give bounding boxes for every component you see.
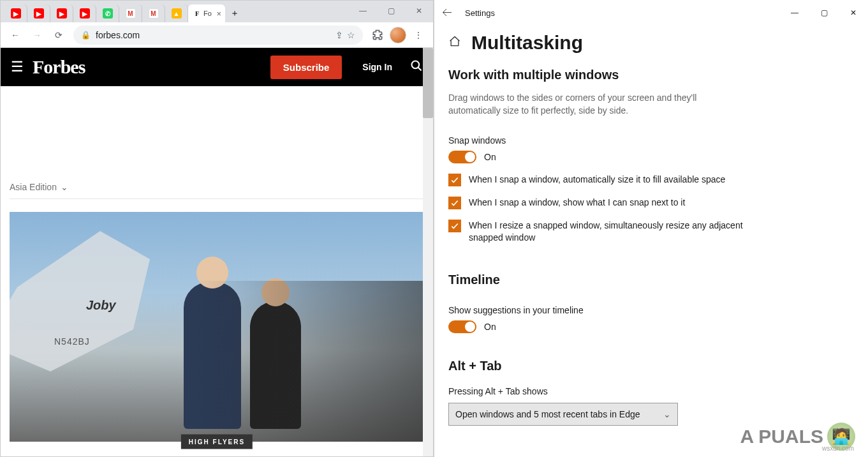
forward-button[interactable]: → [27, 26, 47, 45]
tab-item[interactable]: M [142, 4, 165, 22]
chevron-down-icon: ⌄ [61, 182, 68, 192]
chrome-titlebar: ▶ ▶ ▶ ▶ ✆ M M ▲ F Fo × ＋ — ▢ ✕ [1, 1, 433, 22]
hero-image: Joby N542BJ [10, 212, 424, 442]
address-bar[interactable]: 🔒 forbes.com ⇪ ☆ [73, 26, 363, 45]
snap-windows-toggle[interactable] [448, 151, 476, 163]
site-header: ☰ Forbes Subscribe Sign In [1, 48, 433, 86]
tab-item[interactable]: ▲ [165, 4, 188, 22]
checkbox-label: When I snap a window, show what I can sn… [469, 197, 685, 209]
figure-person [184, 282, 241, 429]
close-button[interactable]: ✕ [405, 2, 433, 20]
favicon-forbes: F [192, 8, 202, 19]
tab-item[interactable]: ✆ [96, 4, 119, 22]
profile-avatar[interactable] [390, 27, 406, 43]
tab-strip: ▶ ▶ ▶ ▶ ✆ M M ▲ F Fo × ＋ [4, 1, 349, 22]
url-text: forbes.com [96, 30, 140, 40]
tab-item[interactable]: M [119, 4, 142, 22]
aircraft-brand-text: Joby [86, 298, 116, 313]
hamburger-icon[interactable]: ☰ [11, 59, 24, 75]
section-description: Drag windows to the sides or corners of … [448, 91, 748, 117]
tab-active[interactable]: F Fo × [188, 4, 225, 22]
section-heading: Timeline [448, 273, 854, 287]
share-icon[interactable]: ⇪ [335, 30, 343, 40]
section-heading: Alt + Tab [448, 359, 854, 373]
tab-item[interactable]: ▶ [27, 4, 50, 22]
subscribe-button[interactable]: Subscribe [270, 56, 342, 79]
toggle-state: On [484, 322, 496, 332]
edition-label: Asia Edition [10, 182, 57, 192]
minimize-button[interactable]: — [780, 0, 809, 26]
tab-item[interactable]: ▶ [50, 4, 73, 22]
tab-item[interactable]: ▶ [73, 4, 96, 22]
setting-label: Show suggestions in your timeline [448, 305, 854, 315]
search-icon[interactable] [410, 59, 423, 75]
app-title: Settings [465, 8, 495, 18]
page-heading: Multitasking [448, 32, 854, 54]
chrome-menu-icon[interactable]: ⋮ [409, 26, 428, 45]
select-value: Open windows and 5 most recent tabs in E… [455, 409, 640, 419]
tab-item[interactable]: ▶ [4, 4, 27, 22]
scrollbar-thumb[interactable] [423, 48, 433, 118]
alt-tab-select[interactable]: Open windows and 5 most recent tabs in E… [448, 403, 678, 426]
tab-label: Fo [203, 10, 212, 17]
checkbox-label: When I snap a window, automatically size… [469, 174, 725, 186]
settings-titlebar: 🡠 Settings — ▢ ✕ [434, 0, 868, 26]
sign-in-link[interactable]: Sign In [362, 62, 392, 72]
section-heading: Work with multiple windows [448, 68, 854, 82]
scrollbar[interactable] [423, 48, 433, 456]
reload-button[interactable]: ⟳ [49, 26, 68, 45]
checkbox-autosize[interactable] [448, 174, 461, 186]
close-tab-icon[interactable]: × [216, 9, 221, 19]
hero-article[interactable]: Joby N542BJ HIGH FLYERS [10, 212, 424, 442]
category-tag: HIGH FLYERS [181, 435, 253, 449]
chevron-down-icon: ⌄ [663, 409, 671, 419]
checkbox-label: When I resize a snapped window, simultan… [469, 220, 749, 244]
timeline-suggestions-toggle[interactable] [448, 320, 476, 333]
checkbox-snap-assist[interactable] [448, 197, 461, 209]
watermark-source: wsxdn.com [822, 445, 854, 452]
figure-person [250, 301, 301, 429]
svg-point-0 [412, 61, 420, 68]
extensions-icon[interactable] [368, 26, 387, 45]
window-controls: — ▢ ✕ [349, 2, 433, 20]
home-icon[interactable] [448, 35, 461, 51]
maximize-button[interactable]: ▢ [809, 0, 839, 26]
setting-label: Snap windows [448, 135, 854, 146]
maximize-button[interactable]: ▢ [377, 2, 405, 20]
minimize-button[interactable]: — [349, 2, 377, 20]
setting-label: Pressing Alt + Tab shows [448, 386, 854, 396]
settings-content: Multitasking Work with multiple windows … [434, 26, 868, 432]
close-button[interactable]: ✕ [839, 0, 868, 26]
lock-icon: 🔒 [81, 31, 91, 40]
new-tab-button[interactable]: ＋ [225, 4, 244, 22]
edition-selector[interactable]: Asia Edition ⌄ [10, 86, 424, 199]
article-area: Asia Edition ⌄ Joby N542BJ HIGH FLYERS [1, 86, 433, 456]
toggle-state: On [484, 152, 496, 162]
window-controls: — ▢ ✕ [780, 0, 868, 26]
bookmark-icon[interactable]: ☆ [347, 30, 355, 40]
back-button[interactable]: 🡠 [442, 7, 462, 19]
chrome-window: ▶ ▶ ▶ ▶ ✆ M M ▲ F Fo × ＋ — ▢ ✕ ← → ⟳ 🔒 f… [0, 0, 434, 457]
chrome-toolbar: ← → ⟳ 🔒 forbes.com ⇪ ☆ ⋮ [1, 22, 433, 48]
site-logo[interactable]: Forbes [33, 56, 85, 78]
svg-line-1 [418, 67, 422, 70]
back-button[interactable]: ← [6, 26, 25, 45]
settings-window: 🡠 Settings — ▢ ✕ Multitasking Work with … [434, 0, 868, 457]
aircraft-reg-text: N542BJ [54, 336, 90, 347]
page-title: Multitasking [471, 32, 583, 54]
page-content: ☰ Forbes Subscribe Sign In Asia Edition … [1, 48, 433, 456]
checkbox-resize-adjacent[interactable] [448, 220, 461, 232]
